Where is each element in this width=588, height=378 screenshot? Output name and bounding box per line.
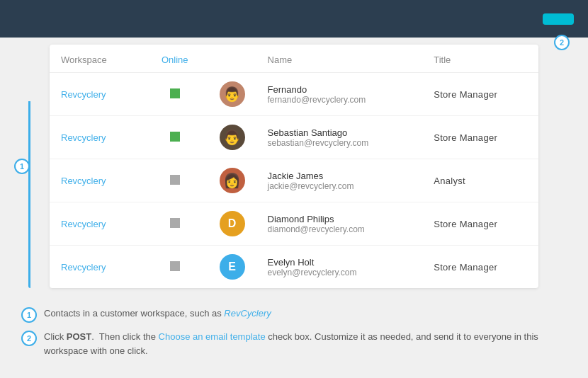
contact-email: evelyn@revcyclery.com <box>268 268 412 277</box>
avatar: E <box>220 254 245 280</box>
workspace-cell: Revcyclery <box>50 73 142 116</box>
online-icon <box>170 132 180 142</box>
col-title: Title <box>422 45 538 73</box>
contact-email: fernando@revcyclery.com <box>268 95 412 105</box>
contact-name: Jackie James <box>268 171 412 181</box>
badge-2: 2 <box>554 35 570 50</box>
contacts-table-container: Workspace Online Name Title Revcyclery👨F… <box>50 45 538 288</box>
contact-name: Fernando <box>268 84 412 95</box>
contact-email: diamond@revcyclery.com <box>268 224 412 234</box>
table-row: RevcycleryEEvelyn Holtevelyn@revcyclery.… <box>50 246 538 289</box>
title-cell: Store Manager <box>422 73 538 116</box>
contact-email: sebastian@revcyclery.com <box>268 138 412 148</box>
title-cell: Analyst <box>422 159 538 202</box>
online-cell <box>142 246 208 289</box>
workspace-link[interactable]: Revcyclery <box>61 176 106 186</box>
online-cell <box>142 73 208 116</box>
contacts-table: Workspace Online Name Title Revcyclery👨F… <box>50 45 538 288</box>
workspace-link[interactable]: Revcyclery <box>61 262 106 273</box>
note-2-badge: 2 <box>21 331 37 346</box>
avatar-cell: D <box>208 202 256 246</box>
online-cell <box>142 159 208 202</box>
workspace-cell: Revcyclery <box>50 202 142 246</box>
offline-icon <box>170 261 180 271</box>
contacts-card-wrapper: 2 1 Workspace Online Name Title Revcycle… <box>28 45 560 288</box>
title-cell: Store Manager <box>422 116 538 159</box>
offline-icon <box>170 218 180 228</box>
messages-stat <box>89 13 95 25</box>
workspace-stat <box>62 13 68 25</box>
choose-template-link[interactable]: Choose an email template <box>159 331 266 342</box>
col-avatar <box>208 45 256 73</box>
post-button[interactable] <box>543 13 574 25</box>
note-2-text: Click POST. Then click the Choose an ema… <box>44 330 567 357</box>
contact-name: Evelyn Holt <box>268 257 412 268</box>
workspace-cell: Revcyclery <box>50 159 142 202</box>
avatar: 👨 <box>220 125 245 150</box>
online-icon <box>170 88 180 98</box>
name-cell: Fernandofernando@revcyclery.com <box>256 73 423 116</box>
name-cell: Diamond Philipsdiamond@revcyclery.com <box>256 202 423 246</box>
avatar-cell: 👨 <box>208 116 256 159</box>
avatar-cell: 👩 <box>208 159 256 202</box>
name-cell: Jackie Jamesjackie@revcyclery.com <box>256 159 423 202</box>
table-row: RevcycleryDDiamond Philipsdiamond@revcyc… <box>50 202 538 246</box>
name-cell: Sebastian Santiagosebastian@revcyclery.c… <box>256 116 423 159</box>
name-cell: Evelyn Holtevelyn@revcyclery.com <box>256 246 423 289</box>
title-cell: Store Manager <box>422 202 538 246</box>
contacts-stat <box>35 13 41 25</box>
workspace-cell: Revcyclery <box>50 246 142 289</box>
app-header <box>0 0 588 38</box>
contact-name: Sebastian Santiago <box>268 127 412 138</box>
note-1: 1 Contacts in a customer workspace, such… <box>21 307 567 323</box>
avatar: 👩 <box>220 168 245 193</box>
col-name: Name <box>256 45 423 73</box>
workspace-link[interactable]: Revcyclery <box>61 89 106 100</box>
avatar-cell: 👨 <box>208 73 256 116</box>
contact-name: Diamond Philips <box>268 214 412 224</box>
table-row: Revcyclery👨Fernandofernando@revcyclery.c… <box>50 73 538 116</box>
note-1-text: Contacts in a customer workspace, such a… <box>44 307 271 321</box>
contact-email: jackie@revcyclery.com <box>268 181 412 191</box>
avatar: D <box>220 211 245 236</box>
offline-icon <box>170 175 180 185</box>
online-cell <box>142 116 208 159</box>
col-workspace: Workspace <box>50 45 142 73</box>
workspace-link[interactable]: Revcyclery <box>61 219 106 229</box>
online-cell <box>142 202 208 246</box>
col-online: Online <box>142 45 208 73</box>
avatar-cell: E <box>208 246 256 289</box>
table-row: Revcyclery👩Jackie Jamesjackie@revcyclery… <box>50 159 538 202</box>
table-row: Revcyclery👨Sebastian Santiagosebastian@r… <box>50 116 538 159</box>
note-1-badge: 1 <box>21 307 37 323</box>
left-accent-bar <box>28 101 30 288</box>
workspace-link[interactable]: Revcyclery <box>61 132 106 143</box>
badge-1: 1 <box>14 159 30 174</box>
workspace-cell: Revcyclery <box>50 116 142 159</box>
revcyclery-link-1[interactable]: RevCyclery <box>224 308 271 319</box>
title-cell: Store Manager <box>422 246 538 289</box>
note-2: 2 Click POST. Then click the Choose an e… <box>21 330 567 357</box>
avatar: 👨 <box>220 81 245 107</box>
footer-notes: 1 Contacts in a customer workspace, such… <box>0 295 588 365</box>
